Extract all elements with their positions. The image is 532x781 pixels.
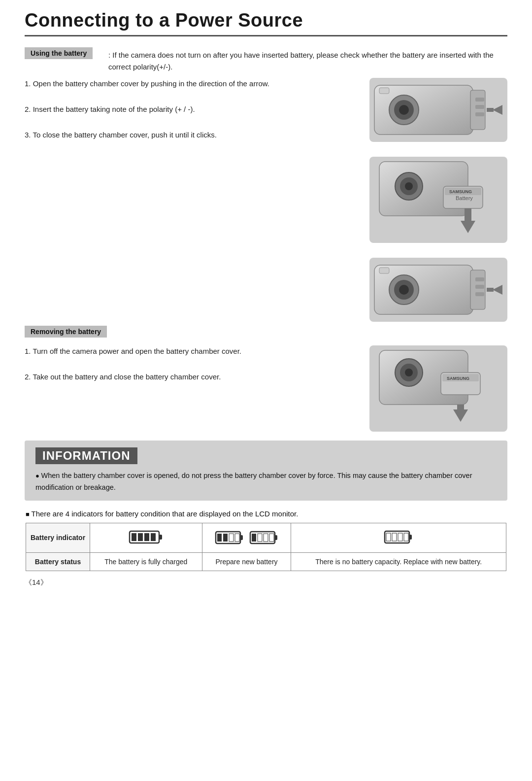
battery-indicator-label: Battery indicator (26, 523, 90, 552)
svg-rect-62 (392, 533, 397, 541)
remove-step-2-text: 2. Take out the battery and close the ba… (25, 371, 285, 383)
remove-step-1-text: 1. Turn off the camera power and open th… (25, 345, 285, 357)
svg-rect-5 (379, 88, 389, 94)
svg-rect-56 (258, 534, 262, 542)
battery-icon-empty (291, 523, 506, 552)
svg-rect-58 (269, 534, 274, 542)
svg-rect-8 (475, 112, 484, 116)
battery-table: Battery indicator (26, 523, 506, 571)
svg-rect-45 (144, 533, 149, 541)
svg-marker-16 (461, 221, 475, 233)
camera-image-3 (369, 258, 507, 322)
svg-point-38 (405, 369, 413, 376)
svg-rect-29 (475, 292, 484, 296)
indicators-intro: There are 4 indicators for battery condi… (26, 509, 506, 518)
battery-indicators-section: There are 4 indicators for battery condi… (25, 509, 507, 571)
information-title: INFORMATION (35, 447, 137, 464)
camera-image-remove: SAMSUNG (369, 345, 507, 432)
svg-rect-40 (457, 405, 464, 413)
using-battery-intro: : If the camera does not turn on after y… (108, 47, 507, 73)
svg-rect-44 (138, 533, 143, 541)
removing-battery-section: Removing the battery 1. Turn off the cam… (25, 326, 507, 432)
information-bullet: When the battery chamber cover is opened… (35, 470, 497, 494)
removing-battery-images: SAMSUNG (295, 345, 507, 432)
step-3-text: 3. To close the battery chamber cover, p… (25, 129, 285, 141)
svg-rect-60 (409, 535, 412, 540)
camera-image-1 (369, 78, 507, 142)
step-2: 2. Insert the battery taking note of the… (25, 103, 285, 115)
svg-rect-55 (252, 534, 256, 542)
step-1-text: 1. Open the battery chamber cover by pus… (25, 78, 285, 90)
using-battery-label: Using the battery (25, 47, 93, 59)
svg-rect-31 (487, 288, 494, 292)
svg-rect-6 (475, 98, 484, 102)
step-1: 1. Open the battery chamber cover by pus… (25, 78, 285, 90)
svg-point-25 (399, 285, 409, 295)
step-3: 3. To close the battery chamber cover, p… (25, 129, 285, 141)
svg-rect-43 (132, 533, 136, 541)
battery-status-label: Battery status (26, 552, 90, 571)
information-box: INFORMATION When the battery chamber cov… (25, 441, 507, 501)
svg-marker-30 (493, 285, 502, 295)
remove-step-2: 2. Take out the battery and close the ba… (25, 371, 285, 383)
removing-battery-steps: 1. Turn off the camera power and open th… (25, 345, 295, 432)
svg-rect-61 (386, 533, 391, 541)
svg-rect-51 (229, 534, 233, 542)
battery-icon-full (90, 523, 202, 552)
svg-rect-17 (465, 208, 471, 222)
svg-rect-1 (470, 90, 485, 130)
removing-battery-label: Removing the battery (25, 326, 107, 338)
svg-rect-28 (475, 285, 484, 289)
battery-icon-medium (202, 523, 291, 552)
svg-rect-54 (275, 535, 277, 540)
svg-rect-10 (487, 108, 494, 112)
using-battery-steps: 1. Open the battery chamber cover by pus… (25, 78, 295, 322)
svg-text:SAMSUNG: SAMSUNG (447, 376, 469, 381)
battery-status-empty: There is no battery capacity. Replace wi… (291, 552, 506, 571)
using-battery-section: Using the battery : If the camera does n… (25, 47, 507, 73)
svg-text:Battery: Battery (456, 195, 473, 201)
svg-rect-63 (398, 533, 402, 541)
svg-rect-50 (223, 534, 228, 542)
camera-image-2: Battery SAMSUNG (369, 157, 507, 243)
svg-point-4 (399, 105, 409, 115)
svg-rect-7 (475, 105, 484, 109)
svg-rect-42 (159, 535, 162, 540)
svg-rect-52 (235, 534, 239, 542)
svg-point-20 (405, 182, 413, 190)
svg-rect-48 (240, 535, 243, 540)
svg-rect-27 (475, 277, 484, 281)
step-2-text: 2. Insert the battery taking note of the… (25, 103, 285, 115)
svg-marker-9 (493, 105, 502, 115)
remove-step-1: 1. Turn off the camera power and open th… (25, 345, 285, 357)
svg-rect-57 (264, 534, 268, 542)
svg-rect-26 (379, 268, 389, 273)
svg-rect-46 (151, 533, 156, 541)
page-title: Connecting to a Power Source (25, 10, 507, 36)
table-row-status: Battery status The battery is fully char… (26, 552, 506, 571)
using-battery-steps-row: 1. Open the battery chamber cover by pus… (25, 78, 507, 322)
svg-text:SAMSUNG: SAMSUNG (449, 189, 472, 194)
svg-rect-64 (404, 533, 408, 541)
removing-battery-content: 1. Turn off the camera power and open th… (25, 345, 507, 432)
battery-status-full: The battery is fully charged (90, 552, 202, 571)
using-battery-images: Battery SAMSUNG (295, 78, 507, 322)
svg-rect-49 (217, 534, 222, 542)
table-row-indicators: Battery indicator (26, 523, 506, 552)
battery-status-medium: Prepare new battery (202, 552, 291, 571)
page-number: 《14》 (25, 578, 507, 587)
svg-rect-22 (470, 270, 485, 309)
